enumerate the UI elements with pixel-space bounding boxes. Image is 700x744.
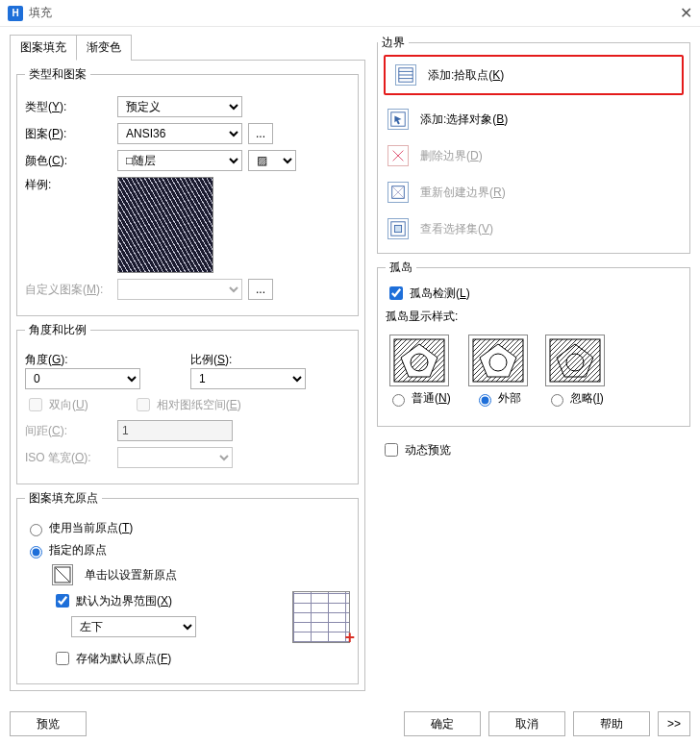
- color-label: 颜色(C):: [25, 153, 112, 169]
- preview-button[interactable]: 预览: [10, 711, 87, 736]
- color-select[interactable]: □随层: [117, 150, 242, 171]
- add-select-label: 添加:选择对象(B): [420, 112, 508, 128]
- set-origin-icon[interactable]: [52, 564, 73, 585]
- cancel-button[interactable]: 取消: [488, 711, 565, 736]
- close-icon[interactable]: ✕: [680, 4, 692, 22]
- scale-label: 比例(S):: [190, 352, 350, 368]
- tab-hatch[interactable]: 图案填充: [11, 36, 77, 61]
- pattern-more-button[interactable]: ...: [248, 123, 273, 144]
- scale-select[interactable]: 1: [190, 368, 306, 389]
- double-checkbox: 双向(U): [25, 395, 88, 414]
- tab-gradient[interactable]: 渐变色: [77, 36, 131, 61]
- recreate-boundary-button: 重新创建边界(R): [378, 174, 689, 211]
- group-island: 孤岛 孤岛检测(L) 孤岛显示样式: 普通(N: [377, 260, 690, 427]
- custom-pattern-more-button[interactable]: ...: [248, 279, 273, 300]
- svg-point-13: [411, 354, 428, 371]
- ok-button[interactable]: 确定: [404, 711, 481, 736]
- dynamic-preview-checkbox[interactable]: 动态预览: [381, 440, 687, 459]
- color-aux-select[interactable]: ▨: [248, 150, 296, 171]
- group-angle-scale: 角度和比例 角度(G): 0 比例(S): 1 双向(U): [16, 322, 359, 484]
- pattern-swatch[interactable]: [117, 177, 213, 273]
- origin-pos-select[interactable]: 左下: [71, 616, 196, 637]
- type-select[interactable]: 预定义: [117, 96, 242, 117]
- rel-paper-checkbox: 相对图纸空间(E): [133, 395, 241, 414]
- angle-select[interactable]: 0: [25, 368, 140, 389]
- pick-point-icon: [395, 64, 416, 86]
- island-outer-preview[interactable]: [468, 335, 528, 386]
- specified-origin-radio[interactable]: 指定的原点: [25, 542, 107, 558]
- expand-button[interactable]: >>: [658, 711, 690, 736]
- island-ignore-preview[interactable]: [545, 335, 605, 386]
- group-type-pattern: 类型和图案 类型(Y): 预定义 图案(P): ANSI36 ... 颜色(C)…: [16, 66, 359, 316]
- island-outer-radio[interactable]: 外部: [474, 390, 521, 407]
- pattern-label: 图案(P):: [25, 126, 112, 142]
- view-selection-icon: [388, 218, 409, 239]
- help-button[interactable]: 帮助: [573, 711, 650, 736]
- custom-pattern-select: [117, 279, 242, 300]
- group-origin: 图案填充原点 使用当前原点(T) 指定的原点 单击以设置新原点: [16, 490, 359, 684]
- angle-label: 角度(G):: [25, 352, 185, 368]
- pattern-select[interactable]: ANSI36: [117, 123, 242, 144]
- sample-label: 样例:: [25, 177, 112, 193]
- svg-rect-10: [394, 225, 401, 232]
- titlebar: H 填充 ✕: [0, 0, 700, 27]
- click-set-origin-label: 单击以设置新原点: [85, 567, 177, 583]
- window-title: 填充: [29, 5, 52, 21]
- custom-pattern-label: 自定义图案(M):: [25, 282, 112, 298]
- add-select-objects-button[interactable]: 添加:选择对象(B): [378, 101, 689, 137]
- remove-boundary-button: 删除边界(D): [378, 137, 689, 174]
- svg-point-16: [489, 354, 507, 371]
- add-pick-label: 添加:拾取点(K): [428, 67, 504, 84]
- island-detection-checkbox[interactable]: 孤岛检测(L): [386, 284, 682, 303]
- select-objects-icon: [388, 109, 409, 130]
- iso-pen-label: ISO 笔宽(O):: [25, 450, 112, 466]
- legend-origin: 图案填充原点: [25, 490, 102, 507]
- store-default-origin-checkbox[interactable]: 存储为默认原点(F): [52, 649, 171, 668]
- island-normal-preview[interactable]: [389, 335, 449, 386]
- view-selection-label: 查看选择集(V): [420, 221, 493, 237]
- origin-preview: [292, 591, 350, 643]
- recreate-boundary-icon: [388, 182, 409, 203]
- recreate-boundary-label: 重新创建边界(R): [420, 185, 506, 201]
- remove-boundary-icon: [388, 145, 409, 166]
- tabs: 图案填充 渐变色: [10, 35, 132, 61]
- add-pick-points-button[interactable]: 添加:拾取点(K): [384, 55, 684, 95]
- island-ignore-radio[interactable]: 忽略(I): [546, 390, 604, 407]
- island-normal-radio[interactable]: 普通(N): [388, 390, 451, 407]
- group-boundary: 边界 添加:拾取点(K) 添加:选择对象(B): [377, 35, 690, 254]
- island-display-style-label: 孤岛显示样式:: [386, 309, 682, 325]
- legend-angle-scale: 角度和比例: [25, 322, 90, 338]
- remove-boundary-label: 删除边界(D): [420, 148, 483, 164]
- app-icon: H: [8, 6, 23, 21]
- use-current-origin-radio[interactable]: 使用当前原点(T): [25, 520, 133, 536]
- spacing-label: 间距(C):: [25, 423, 112, 439]
- legend-type-pattern: 类型和图案: [25, 66, 90, 83]
- legend-boundary: 边界: [378, 35, 409, 51]
- view-selection-button: 查看选择集(V): [378, 211, 689, 247]
- spacing-input: [117, 420, 233, 441]
- legend-island: 孤岛: [386, 260, 416, 276]
- default-extents-checkbox[interactable]: 默认为边界范围(X): [52, 591, 287, 610]
- type-label: 类型(Y):: [25, 99, 112, 115]
- iso-pen-select: [117, 447, 233, 468]
